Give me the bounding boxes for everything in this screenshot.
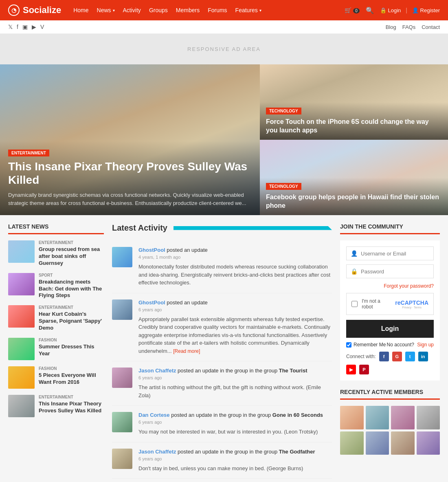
news-item[interactable]: FASHION 5 Pieces Everyone Will Want From… (8, 366, 104, 389)
recently-active-title: RECENTLY ACTIVE MEMBERS (340, 389, 440, 400)
activity-item: GhostPool posted an update 4 years, 1 mo… (112, 241, 332, 293)
cart-badge: 0 (353, 8, 360, 13)
facebook-connect-btn[interactable]: f (379, 352, 389, 361)
sign-up-link[interactable]: Sign up (417, 342, 434, 348)
blog-link[interactable]: Blog (386, 24, 396, 30)
no-account-text: No account? Sign up (387, 342, 434, 348)
linkedin-connect-btn[interactable]: in (418, 352, 428, 361)
activity-header: Latest Activity (112, 223, 332, 233)
activity-time: 6 years ago (138, 456, 332, 461)
activity-user[interactable]: Jason Chaffetz (138, 449, 176, 455)
connect-with-row: Connect with: f G t in ▶ P (346, 352, 434, 374)
forgot-password-link[interactable]: Forgot your password? (384, 283, 434, 289)
login-link[interactable]: 🔒 Login (380, 7, 401, 13)
news-item[interactable]: ENTERTAINMENT Hear Kurt Cobain's Sparse,… (8, 305, 104, 332)
captcha-box: I'm not a robot reCAPTCHA Privacy · Term… (346, 293, 434, 315)
site-logo[interactable]: ◔ Socialize (8, 4, 61, 16)
top-navigation: ◔ Socialize Home News ▾ Activity Groups … (0, 0, 448, 20)
activity-time: 6 years ago (138, 375, 332, 380)
logo-icon: ◔ (8, 4, 20, 16)
twitter-icon[interactable]: 𝕏 (8, 24, 13, 30)
news-title: Hear Kurt Cobain's Sparse, Poignant 'Sap… (39, 311, 104, 332)
news-thumbnail (8, 338, 35, 360)
instagram-icon[interactable]: ▣ (22, 24, 28, 30)
username-field[interactable]: 👤 (346, 247, 434, 260)
news-title: Breakdancing meets Bach: Get down with T… (39, 279, 104, 299)
activity-avatar (112, 299, 132, 320)
secondary-navigation: 𝕏 f ▣ ▶ V Blog FAQs Contact (0, 20, 448, 34)
member-avatar[interactable] (417, 431, 440, 455)
news-list: ENTERTAINMENT Group rescued from sea aft… (8, 240, 104, 417)
hero-side-bottom-article[interactable]: TECHNOLOGY Facebook group helps people i… (260, 140, 448, 215)
news-meta: ENTERTAINMENT Group rescued from sea aft… (39, 240, 104, 267)
member-avatar[interactable] (340, 406, 364, 429)
member-avatar[interactable] (366, 431, 389, 455)
member-avatar[interactable] (366, 406, 389, 429)
captcha-checkbox[interactable] (351, 301, 358, 307)
social-links: 𝕏 f ▣ ▶ V (8, 24, 44, 30)
hero-side-top-article[interactable]: TECHNOLOGY Force Touch on the iPhone 6S … (260, 64, 448, 140)
user-icon: 👤 (351, 250, 358, 257)
lock-icon: 🔒 (351, 268, 358, 275)
facebook-icon[interactable]: f (17, 24, 18, 30)
activity-text: Appropriately parallel task extensible a… (138, 315, 332, 355)
hero-main-article[interactable]: ENTERTAINMENT This Insane Pixar Theory P… (0, 64, 260, 215)
activity-user[interactable]: GhostPool (138, 247, 165, 253)
activity-user[interactable]: Jason Chaffetz (138, 368, 176, 374)
nav-home[interactable]: Home (73, 7, 88, 13)
password-input[interactable] (361, 269, 429, 275)
member-avatar[interactable] (391, 431, 415, 455)
youtube-connect-btn[interactable]: ▶ (346, 365, 356, 374)
google-connect-btn[interactable]: G (392, 352, 402, 361)
news-meta: FASHION Summer Dresses This Year (39, 338, 104, 357)
activity-user[interactable]: Dan Cortese (138, 412, 170, 418)
faqs-link[interactable]: FAQs (402, 24, 416, 30)
activity-content: GhostPool posted an update 4 years, 1 mo… (138, 247, 332, 287)
nav-forums[interactable]: Forums (208, 7, 227, 13)
news-item[interactable]: ENTERTAINMENT Group rescued from sea aft… (8, 240, 104, 267)
activity-text: Monotonectally foster distributed models… (138, 263, 332, 287)
twitter-connect-btn[interactable]: t (405, 352, 415, 361)
activity-user[interactable]: GhostPool (138, 299, 165, 306)
nav-news[interactable]: News ▾ (97, 7, 115, 13)
nav-groups[interactable]: Groups (149, 7, 168, 13)
member-avatar[interactable] (391, 406, 415, 429)
news-title: Summer Dresses This Year (39, 343, 104, 357)
password-field[interactable]: 🔒 (346, 264, 434, 278)
activity-item: Jason Chaffetz posted an update in the g… (112, 442, 332, 479)
news-thumbnail (8, 240, 35, 263)
activity-content: Jason Chaffetz posted an update in the g… (138, 449, 332, 473)
activity-content: GhostPool posted an update 6 years ago A… (138, 299, 332, 355)
cart-icon[interactable]: 🛒0 (345, 7, 360, 13)
search-icon[interactable]: 🔍 (366, 7, 374, 14)
contact-link[interactable]: Contact (422, 24, 440, 30)
activity-meta: GhostPool posted an update (138, 299, 332, 306)
nav-members[interactable]: Members (176, 7, 200, 13)
news-item[interactable]: SPORT Breakdancing meets Bach: Get down … (8, 273, 104, 299)
youtube-icon[interactable]: ▶ (32, 24, 36, 30)
news-item[interactable]: ENTERTAINMENT This Insane Pixar Theory P… (8, 395, 104, 417)
activity-time: 4 years, 1 month ago (138, 255, 332, 260)
activity-text: Don't stay in bed, unless you can make m… (138, 464, 332, 473)
hero-side: TECHNOLOGY Force Touch on the iPhone 6S … (260, 64, 448, 215)
remember-me-label[interactable]: Remember Me (346, 342, 386, 348)
read-more-link[interactable]: [Read more] (173, 348, 200, 354)
vimeo-icon[interactable]: V (40, 24, 44, 30)
activity-time: 6 years ago (138, 420, 332, 425)
nav-activity[interactable]: Activity (123, 7, 141, 13)
member-avatar[interactable] (417, 406, 440, 429)
news-item[interactable]: FASHION Summer Dresses This Year (8, 338, 104, 360)
register-link[interactable]: 👤 Register (412, 7, 440, 13)
pinterest-connect-btn[interactable]: P (359, 365, 369, 374)
remember-row: Remember Me No account? Sign up (346, 342, 434, 348)
news-thumbnail (8, 305, 35, 328)
ad-area: RESPONSIVE AD AREA (0, 34, 448, 64)
secondary-links: Blog FAQs Contact (386, 24, 440, 30)
login-button[interactable]: Login (346, 320, 434, 338)
member-avatar[interactable] (340, 431, 364, 455)
center-content: Latest Activity GhostPool posted an upda… (112, 223, 332, 482)
remember-checkbox[interactable] (346, 342, 351, 348)
activity-avatar (112, 449, 132, 469)
nav-features[interactable]: Features ▾ (235, 7, 261, 13)
username-input[interactable] (361, 251, 429, 257)
